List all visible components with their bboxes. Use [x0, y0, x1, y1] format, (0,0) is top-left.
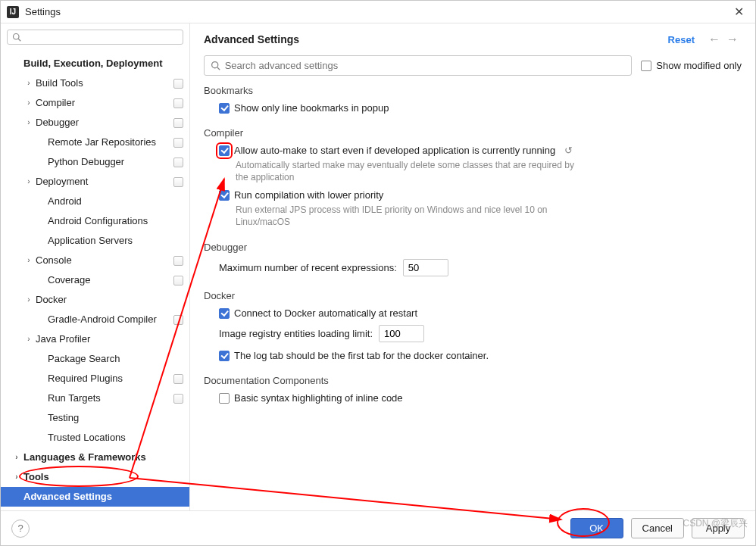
sidebar: Build, Execution, Deployment›Build Tools…: [1, 23, 190, 510]
sidebar-item[interactable]: Coverage: [1, 270, 189, 290]
search-icon: [211, 61, 220, 70]
sidebar-item-label: Docker: [36, 292, 183, 307]
sidebar-item-label: Coverage: [48, 273, 170, 288]
sidebar-item-label: Application Servers: [48, 233, 183, 248]
sidebar-item-label: Required Plugins: [48, 371, 170, 386]
sidebar-item[interactable]: ›Compiler: [1, 93, 189, 113]
sidebar-item[interactable]: ›Deployment: [1, 172, 189, 192]
sidebar-item-label: Java Profiler: [36, 332, 183, 347]
show-modified-only-checkbox[interactable]: Show modified only: [641, 60, 742, 71]
sidebar-item[interactable]: Required Plugins: [1, 369, 189, 388]
compiler-lower-priority-label: Run compilation with lower priority: [234, 189, 383, 201]
compiler-lower-priority-checkbox[interactable]: Run compilation with lower priority: [219, 189, 742, 201]
close-icon[interactable]: ✕: [728, 2, 749, 23]
sidebar-item[interactable]: Run Targets: [1, 388, 189, 408]
sidebar-item[interactable]: Remote Jar Repositories: [1, 133, 189, 152]
doc-basic-syntax-label: Basic syntax highlighting of inline code: [234, 392, 403, 404]
docker-limit-label: Image registry entities loading limit:: [219, 328, 373, 339]
sidebar-item-label: Compiler: [36, 95, 170, 111]
sidebar-item[interactable]: ›Docker: [1, 290, 189, 310]
docker-log-first-tab-label: The log tab should be the first tab for …: [234, 350, 489, 361]
show-modified-only-label: Show modified only: [656, 60, 742, 71]
apply-button[interactable]: Apply: [692, 518, 745, 538]
sidebar-item-label: Remote Jar Repositories: [48, 135, 170, 150]
back-icon[interactable]: ←: [705, 33, 723, 46]
project-scope-icon: [173, 79, 183, 89]
sidebar-item[interactable]: ›Build Tools: [1, 73, 189, 93]
compiler-auto-make-desc: Automatically started make may eventuall…: [236, 159, 584, 183]
expander-icon[interactable]: ›: [23, 174, 34, 189]
sidebar-item[interactable]: ›Languages & Frameworks: [1, 448, 189, 467]
expander-icon[interactable]: ›: [23, 76, 34, 91]
section-docker-title: Docker: [204, 290, 742, 301]
sidebar-item[interactable]: Python Debugger: [1, 152, 189, 172]
compiler-auto-make-checkbox[interactable]: Allow auto-make to start even if develop…: [219, 145, 742, 156]
sidebar-item-label: Trusted Locations: [48, 430, 183, 445]
compiler-auto-make-label: Allow auto-make to start even if develop…: [234, 145, 555, 156]
ok-button[interactable]: OK: [570, 518, 623, 538]
sidebar-item[interactable]: Application Servers: [1, 231, 189, 251]
expander-icon[interactable]: ›: [23, 292, 34, 307]
doc-basic-syntax-checkbox[interactable]: Basic syntax highlighting of inline code: [219, 392, 742, 404]
main-search-box[interactable]: [204, 55, 632, 76]
debugger-max-expr-label: Maximum number of recent expressions:: [219, 262, 397, 273]
main-header: Advanced Settings Reset ← →: [190, 23, 755, 51]
svg-point-2: [212, 62, 218, 68]
sidebar-item-label: Build Tools: [36, 76, 170, 91]
section-doc-components-title: Documentation Components: [204, 375, 742, 386]
sidebar-item[interactable]: Android Configurations: [1, 211, 189, 231]
sidebar-item-label: Gradle-Android Compiler: [48, 312, 170, 327]
sidebar-item-label: Testing: [48, 410, 183, 426]
project-scope-icon: [173, 158, 183, 167]
bookmarks-only-line-label: Show only line bookmarks in popup: [234, 102, 389, 114]
sidebar-item-label: Tools: [23, 470, 183, 485]
section-bookmarks-title: Bookmarks: [204, 85, 742, 96]
sidebar-item-label: Python Debugger: [48, 154, 170, 170]
sidebar-item[interactable]: Trusted Locations: [1, 428, 189, 448]
project-scope-icon: [173, 374, 183, 384]
reset-link[interactable]: Reset: [668, 34, 695, 45]
revert-icon[interactable]: ↺: [564, 145, 573, 156]
expander-icon[interactable]: ›: [23, 253, 34, 268]
docker-log-first-tab-checkbox[interactable]: The log tab should be the first tab for …: [219, 350, 742, 361]
expander-icon[interactable]: ›: [11, 450, 22, 465]
project-scope-icon: [173, 98, 183, 108]
compiler-lower-priority-desc: Run external JPS process with IDLE prior…: [236, 204, 584, 228]
sidebar-tree: Build, Execution, Deployment›Build Tools…: [1, 51, 189, 510]
expander-icon[interactable]: ›: [23, 332, 34, 347]
sidebar-item[interactable]: Android: [1, 192, 189, 211]
section-debugger-title: Debugger: [204, 242, 742, 253]
help-button[interactable]: ?: [11, 519, 30, 538]
sidebar-item[interactable]: Gradle-Android Compiler: [1, 310, 189, 329]
sidebar-item-label: Build, Execution, Deployment: [23, 56, 183, 71]
window-title: Settings: [25, 6, 728, 17]
bookmarks-only-line-checkbox[interactable]: Show only line bookmarks in popup: [219, 102, 742, 114]
titlebar: IJ Settings ✕: [1, 1, 755, 23]
expander-icon[interactable]: ›: [23, 115, 34, 130]
sidebar-item[interactable]: ›Java Profiler: [1, 329, 189, 349]
app-icon: IJ: [7, 6, 19, 18]
dialog-footer: ? OK Cancel Apply: [1, 510, 755, 545]
main-search-input[interactable]: [223, 59, 626, 72]
sidebar-item[interactable]: Advanced Settings: [1, 487, 189, 507]
sidebar-item-label: Console: [36, 253, 170, 268]
forward-icon[interactable]: →: [723, 33, 742, 46]
sidebar-item[interactable]: ›Debugger: [1, 113, 189, 133]
svg-line-1: [18, 39, 20, 41]
debugger-max-expr-input[interactable]: [403, 259, 448, 276]
sidebar-item[interactable]: Build, Execution, Deployment: [1, 54, 189, 73]
expander-icon[interactable]: ›: [23, 95, 34, 111]
expander-icon[interactable]: ›: [11, 470, 22, 485]
sidebar-item[interactable]: ›Console: [1, 251, 189, 270]
project-scope-icon: [173, 256, 183, 266]
sidebar-search-box[interactable]: [7, 30, 183, 45]
sidebar-item[interactable]: Package Search: [1, 349, 189, 369]
docker-limit-input[interactable]: [379, 325, 424, 342]
project-scope-icon: [173, 315, 183, 325]
cancel-button[interactable]: Cancel: [631, 518, 684, 538]
sidebar-item[interactable]: ›Tools: [1, 467, 189, 487]
sidebar-item-label: Debugger: [36, 115, 170, 130]
project-scope-icon: [173, 118, 183, 128]
sidebar-item[interactable]: Testing: [1, 408, 189, 428]
docker-auto-connect-checkbox[interactable]: Connect to Docker automatically at resta…: [219, 307, 742, 319]
